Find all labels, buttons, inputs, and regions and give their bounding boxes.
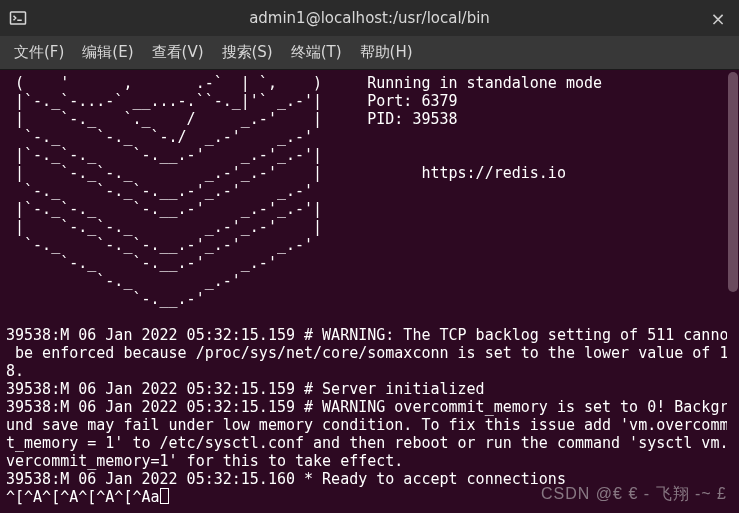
menubar: 文件(F) 编辑(E) 查看(V) 搜索(S) 终端(T) 帮助(H) — [0, 36, 739, 70]
terminal-icon — [0, 9, 36, 27]
ascii-art: ( ' , .-` | `, ) Running in standalone m… — [6, 74, 602, 308]
scrollbar[interactable] — [727, 70, 739, 513]
input-echo: ^[^A^[^A^[^A^[^Aa — [6, 488, 160, 506]
menu-view[interactable]: 查看(V) — [144, 38, 212, 67]
menu-terminal[interactable]: 终端(T) — [283, 38, 350, 67]
log-line: 39538:M 06 Jan 2022 05:32:15.159 # WARNI… — [6, 326, 738, 380]
menu-file[interactable]: 文件(F) — [6, 38, 72, 67]
scroll-thumb[interactable] — [728, 72, 738, 292]
log-line: 39538:M 06 Jan 2022 05:32:15.159 # WARNI… — [6, 398, 738, 470]
close-button[interactable]: × — [703, 0, 733, 36]
log-line: 39538:M 06 Jan 2022 05:32:15.159 # Serve… — [6, 380, 485, 398]
window-title: admin1@localhost:/usr/local/bin — [0, 9, 739, 27]
log-line: 39538:M 06 Jan 2022 05:32:15.160 * Ready… — [6, 470, 566, 488]
svg-rect-0 — [11, 12, 26, 24]
titlebar: admin1@localhost:/usr/local/bin × — [0, 0, 739, 36]
terminal-area[interactable]: ( ' , .-` | `, ) Running in standalone m… — [0, 70, 739, 513]
watermark: CSDN @€ € - 飞翔 -~ £ — [541, 485, 727, 503]
cursor — [160, 488, 169, 504]
menu-search[interactable]: 搜索(S) — [214, 38, 281, 67]
menu-edit[interactable]: 编辑(E) — [74, 38, 141, 67]
menu-help[interactable]: 帮助(H) — [352, 38, 421, 67]
